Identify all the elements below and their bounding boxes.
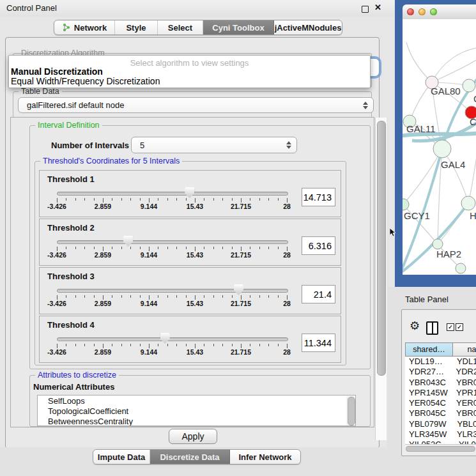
- table-row[interactable]: YIL052CYIL0: [405, 440, 476, 444]
- slider-tick: [287, 295, 288, 300]
- slider-track[interactable]: [57, 337, 288, 341]
- slider-tick: [204, 344, 204, 346]
- horizontal-scrollbar[interactable]: [405, 444, 476, 451]
- list-item[interactable]: TopologicalCoefficient: [38, 406, 355, 416]
- table-row[interactable]: YBL079WYBL0: [405, 419, 476, 429]
- table-row[interactable]: YDL19…YDL1: [405, 357, 476, 367]
- column-header-name[interactable]: na: [452, 342, 476, 357]
- vertical-scrollbar-thumb[interactable]: [377, 121, 386, 376]
- tab-network[interactable]: Network: [54, 20, 115, 35]
- traffic-light-zoom-icon[interactable]: [430, 8, 437, 15]
- table-cell-name: YLR3: [452, 429, 476, 440]
- list-scrollbar-thumb[interactable]: [348, 397, 355, 426]
- slider-thumb[interactable]: [185, 187, 194, 198]
- tab-infer-network[interactable]: Infer Network: [230, 450, 300, 464]
- numerical-attributes-list[interactable]: SelfLoopsTopologicalCoefficientBetweenne…: [37, 395, 356, 426]
- slider-tick-label: 15.43: [187, 348, 203, 356]
- slider-tick-label: 2.859: [95, 348, 111, 356]
- slider-thumb[interactable]: [234, 284, 243, 295]
- table-row[interactable]: YPR145WYPR1: [405, 388, 476, 398]
- network-node[interactable]: [461, 196, 475, 210]
- table-row[interactable]: YER054CYER0: [405, 398, 476, 408]
- tab-cyni-toolbox[interactable]: Cyni Toolbox: [203, 20, 274, 35]
- tab-style-label: Style: [126, 23, 146, 33]
- slider-tick: [75, 295, 76, 298]
- list-scrollbar[interactable]: [346, 396, 355, 425]
- table-data-combobox[interactable]: galFiltered.sif default node: [18, 97, 374, 113]
- table-row[interactable]: YLR345WYLR3: [405, 429, 476, 440]
- table-cell-shared: YDL19…: [405, 357, 452, 367]
- algorithm-option-equal-width[interactable]: Equal Width/Frequency Discretization: [11, 76, 160, 86]
- network-node[interactable]: [456, 263, 466, 273]
- checkbox-icon[interactable]: ✓: [447, 323, 454, 331]
- tab-jactivemnodules[interactable]: jActiveMNodules: [274, 20, 342, 35]
- list-item[interactable]: BetweennessCentrality: [38, 416, 355, 426]
- slider-tick: [222, 295, 223, 298]
- slider-track[interactable]: [57, 192, 288, 196]
- application-root: Control Panel ✕ Network Style Select Cyn…: [0, 0, 476, 476]
- tab-discretize-data[interactable]: Discretize Data: [150, 450, 230, 464]
- tab-infer-network-label: Infer Network: [238, 452, 291, 462]
- split-view-icon[interactable]: [426, 321, 438, 335]
- slider-tick: [222, 247, 223, 249]
- network-edge[interactable]: [432, 47, 476, 82]
- traffic-light-close-icon[interactable]: [407, 8, 414, 15]
- threshold-value-field[interactable]: 6.316: [302, 236, 335, 255]
- slider-tick-label: -3.426: [47, 300, 66, 307]
- network-edge[interactable]: [468, 144, 476, 203]
- network-node[interactable]: [433, 140, 451, 158]
- slider-thumb[interactable]: [123, 236, 133, 247]
- network-edge[interactable]: [432, 58, 476, 82]
- algorithm-option-manual[interactable]: Manual Discretization: [11, 66, 103, 77]
- threshold-value-field[interactable]: 14.713: [302, 188, 335, 206]
- traffic-light-minimize-icon[interactable]: [418, 8, 426, 15]
- table-data-selected: galFiltered.sif default node: [27, 100, 124, 110]
- slider-tick: [213, 344, 214, 346]
- table-row[interactable]: YBR043CYBR0: [405, 378, 476, 388]
- tab-style[interactable]: Style: [115, 20, 158, 35]
- float-window-icon[interactable]: [362, 6, 369, 13]
- network-canvas[interactable]: GAL80GAL11GAL4GCY1HAP2HCG: [403, 19, 476, 275]
- slider-tick: [213, 247, 214, 249]
- slider-tick: [176, 198, 177, 201]
- checkbox-icon[interactable]: ✓: [456, 323, 463, 331]
- table-cell-shared: YBL079W: [405, 419, 452, 429]
- slider-track[interactable]: [57, 289, 288, 293]
- network-edge[interactable]: [406, 42, 432, 82]
- threshold-value-field[interactable]: 21.4: [302, 285, 335, 303]
- network-node[interactable]: [403, 199, 409, 210]
- number-of-intervals-combobox[interactable]: 5: [131, 137, 297, 153]
- slider-tick-label: 9.144: [141, 348, 157, 356]
- network-node[interactable]: [463, 79, 475, 92]
- slider-tick: [213, 198, 214, 201]
- slider-tick: [268, 344, 269, 346]
- column-header-shared[interactable]: shared…: [405, 342, 452, 357]
- control-panel-title: Control Panel: [6, 3, 57, 13]
- table-cell-shared: YBR043C: [405, 378, 451, 388]
- slider-tick: [57, 344, 58, 348]
- tab-select-label: Select: [168, 23, 192, 33]
- slider-tick: [130, 344, 131, 346]
- network-edge[interactable]: [403, 149, 442, 204]
- network-window-titlebar[interactable]: [403, 4, 476, 20]
- slider-tick: [75, 344, 76, 346]
- tab-select[interactable]: Select: [158, 20, 203, 35]
- close-icon[interactable]: ✕: [374, 3, 381, 12]
- gear-icon[interactable]: ⚙: [410, 320, 420, 332]
- network-node[interactable]: [433, 239, 443, 249]
- threshold-value-field[interactable]: 11.344: [302, 334, 335, 352]
- vertical-scrollbar[interactable]: [375, 118, 387, 440]
- slider-tick: [158, 344, 158, 346]
- table-row[interactable]: YBR045CYBR0: [405, 408, 476, 418]
- slider-tick: [84, 198, 85, 201]
- slider-thumb[interactable]: [160, 333, 170, 344]
- network-edge[interactable]: [410, 82, 432, 121]
- tab-impute-data[interactable]: Impute Data: [93, 450, 150, 464]
- horizontal-scrollbar-thumb[interactable]: [406, 446, 475, 452]
- slider-tick: [112, 247, 112, 249]
- table-row[interactable]: YDR27…YDR2: [405, 367, 476, 377]
- slider-track[interactable]: [57, 240, 288, 244]
- slider-tick-label: 2.859: [95, 251, 111, 259]
- list-item[interactable]: SelfLoops: [38, 395, 355, 406]
- apply-button[interactable]: Apply: [169, 429, 217, 444]
